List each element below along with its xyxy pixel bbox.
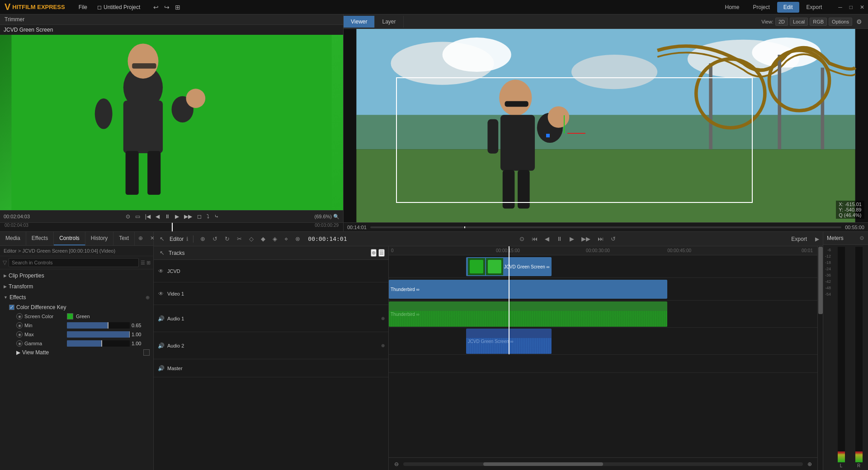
min-keyframe-icon[interactable]: ◉ [16,322,23,329]
max-slider-handle[interactable] [129,331,130,338]
editor-transport-icon[interactable]: ⊙ [517,234,527,244]
options-button[interactable]: Options [829,18,852,26]
clip-properties-section[interactable]: ▶ Clip Properties [0,270,153,281]
editor-vol-icon[interactable]: ⋄ [282,234,290,244]
editor-ripple-icon[interactable]: ↺ [210,234,220,244]
scrollbar-thumb[interactable] [483,462,603,466]
v-scrollbar-thumb[interactable] [818,247,823,314]
channels-button[interactable]: RGB [810,18,827,26]
tab-text[interactable]: Text [113,232,135,245]
grid-view-icon[interactable]: ⊞ [146,260,151,266]
editor-play-pause[interactable]: ⏸ [554,234,565,244]
tab-media[interactable]: Media [0,232,26,245]
tracks-list-button[interactable]: ☰ [378,249,385,257]
undo-button[interactable]: ↩ [151,2,161,12]
transport-insert[interactable]: ⤵ [205,212,211,221]
tracks-add-icon[interactable]: ↖ [157,248,167,258]
transport-play[interactable]: ▶ [173,212,181,221]
editor-marker-icon[interactable]: ◈ [270,234,279,244]
close-button[interactable]: ✕ [856,2,868,12]
editor-speed-icon[interactable]: ◆ [259,234,268,244]
jcvd-vis-icon[interactable]: 👁 [157,268,165,274]
transport-step-back[interactable]: ◀ [154,212,161,221]
transport-step-fwd[interactable]: ▶▶ [182,212,194,221]
transform-section[interactable]: ▶ Transform [0,281,153,292]
max-keyframe-icon[interactable]: ◉ [16,331,23,338]
color-space-button[interactable]: Local [790,18,808,26]
transport-mark-out[interactable]: ◻ [195,212,203,221]
effect-enabled-checkbox[interactable]: ✓ [9,305,14,310]
editor-sync-icon[interactable]: ↻ [222,234,232,244]
nav-export[interactable]: Export [800,2,829,13]
search-controls-input[interactable] [9,258,139,267]
menu-project[interactable]: ◻ Untitled Project [93,2,145,12]
min-slider-handle[interactable] [108,322,108,329]
audio1-speaker-icon[interactable]: 🔊 [157,315,165,322]
editor-zoom-icon[interactable]: ⊗ [293,234,302,244]
clip-thunderbird-video[interactable]: Thunderbird ∞ [389,280,667,299]
menu-file[interactable]: File [74,2,92,12]
svg-rect-29 [503,170,515,209]
tab-controls[interactable]: Controls [54,232,85,245]
tracks-add-button[interactable]: ⊕ [371,249,377,257]
effects-section[interactable]: ▼ Effects ⊕ [0,292,153,303]
editor-slice-icon[interactable]: ✂ [235,234,244,244]
timeline-playhead[interactable] [509,246,509,354]
scale-neg12: -12 [825,254,831,258]
gamma-slider-handle[interactable] [101,340,102,347]
trimmer-title-label: Trimmer [5,16,24,23]
gamma-keyframe-icon[interactable]: ◉ [16,340,23,347]
timeline-scrollbar-v[interactable] [817,246,823,470]
editor-loop-icon[interactable]: ↺ [609,234,618,244]
max-slider[interactable] [67,331,130,338]
video1-vis-icon[interactable]: 👁 [157,291,165,297]
panel-settings-icon[interactable]: ⊕ [135,232,146,245]
minimize-button[interactable]: ─ [835,2,846,12]
tab-layer[interactable]: Layer [375,16,403,28]
editor-play-fwd[interactable]: ▶▶ [579,234,593,244]
viewer-panel: Viewer Layer View: 2D Local RGB Options … [344,14,868,231]
list-view-icon[interactable]: ☰ [141,260,145,266]
transport-play-stop[interactable]: ⏸ [163,212,172,221]
tab-history[interactable]: History [85,232,113,245]
nav-home[interactable]: Home [718,2,745,13]
transport-to-start[interactable]: ⊙ [124,212,132,221]
effects-add-icon[interactable]: ⊕ [146,295,150,301]
svg-rect-8 [126,151,139,195]
gamma-slider[interactable] [67,340,130,347]
editor-arrow-tool[interactable]: ↖ [157,234,167,244]
audio2-mute-icon[interactable]: ⊕ [381,343,385,348]
maximize-button[interactable]: □ [846,2,856,12]
color-swatch-green[interactable] [67,313,73,320]
grid-button[interactable]: ⊞ [173,2,183,12]
screen-color-keyframe-icon[interactable]: ◉ [16,313,23,320]
zoom-in-button[interactable]: ⊕ [806,460,814,468]
audio1-mute-icon[interactable]: ⊕ [381,316,385,321]
zoom-out-button[interactable]: ⊖ [392,460,401,468]
transport-prev[interactable]: |◀ [143,212,152,221]
viewer-settings-button[interactable]: ⚙ [854,17,864,27]
tab-viewer[interactable]: Viewer [344,16,375,28]
editor-rate-icon[interactable]: ◇ [247,234,256,244]
export-button[interactable]: Export [786,234,812,244]
editor-snap-icon[interactable]: ⊕ [198,234,208,244]
master-speaker-icon[interactable]: 🔊 [157,365,165,371]
tab-effects[interactable]: Effects [26,232,54,245]
editor-panel: ↖ Editor ℹ ⊕ ↺ ↻ ✂ ◇ ◆ ◈ ⋄ ⊗ 00:00:14:01… [154,232,823,470]
timeline-scrollbar-h[interactable] [403,462,803,466]
editor-to-out[interactable]: ⏭ [595,234,606,244]
audio2-speaker-icon[interactable]: 🔊 [157,343,165,349]
editor-to-in[interactable]: ⏮ [529,234,540,244]
meters-settings-icon[interactable]: ⚙ [859,235,864,241]
min-slider[interactable] [67,322,130,329]
transport-overwrite[interactable]: ⤷ [212,212,221,221]
clip-thunderbird-audio[interactable]: Thunderbird ∞ [389,301,667,327]
view-mode-button[interactable]: 2D [775,18,788,26]
editor-play[interactable]: ▶ [567,234,576,244]
view-matte-checkbox[interactable] [143,349,150,356]
nav-project[interactable]: Project [747,2,776,13]
redo-button[interactable]: ↪ [162,2,172,12]
transport-mark-in[interactable]: ▭ [133,212,142,221]
editor-step-back[interactable]: ◀ [542,234,552,244]
nav-edit[interactable]: Edit [777,2,799,13]
